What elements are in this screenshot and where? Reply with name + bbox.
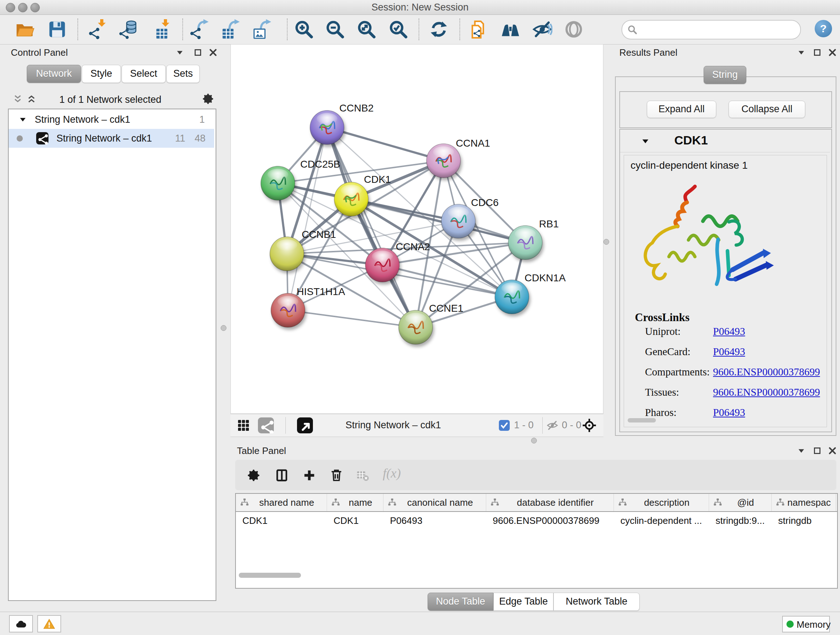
export-network-icon[interactable]: [189, 19, 210, 40]
tab-select[interactable]: Select: [122, 65, 166, 83]
help-icon[interactable]: ?: [815, 20, 832, 37]
first-neighbors-icon[interactable]: [500, 19, 521, 40]
grid-view-icon[interactable]: [237, 419, 250, 432]
zoom-fit-icon[interactable]: [356, 19, 377, 40]
column-header-description[interactable]: description: [614, 494, 709, 511]
search-input[interactable]: [641, 23, 794, 36]
zoom-out-icon[interactable]: [325, 19, 345, 40]
collection-expand-icon[interactable]: [18, 115, 27, 124]
edge-HIST1H1A-CCNE1[interactable]: [288, 310, 416, 327]
table-panel-collapse-icon[interactable]: [797, 446, 806, 455]
tab-node-table[interactable]: Node Table: [428, 593, 493, 611]
warning-status-icon[interactable]: [37, 615, 61, 632]
column-header--id[interactable]: @id: [709, 494, 772, 511]
node-CDK1[interactable]: [334, 182, 368, 216]
table-panel-float-icon[interactable]: [813, 446, 822, 455]
table-body: CDK1CDK1P064939606.ENSP00000378699cyclin…: [236, 512, 837, 529]
table-cell[interactable]: CDK1: [236, 512, 327, 529]
table-panel-close-icon[interactable]: [828, 446, 837, 455]
table-row[interactable]: CDK1CDK1P064939606.ENSP00000378699cyclin…: [236, 512, 837, 529]
open-session-icon[interactable]: [14, 19, 35, 40]
node-CDC25B[interactable]: [261, 166, 295, 200]
hidden-eye-slash-icon[interactable]: [546, 420, 558, 431]
column-header-shared-name[interactable]: shared name: [236, 494, 327, 511]
tab-string[interactable]: String: [704, 66, 746, 84]
column-header-namespac[interactable]: namespac: [772, 494, 836, 511]
column-header-canonical-name[interactable]: canonical name: [384, 494, 486, 511]
node-HIST1H1A[interactable]: [271, 293, 305, 327]
zoom-in-icon[interactable]: [294, 19, 314, 40]
crosslink-link[interactable]: 9606.ENSP00000378699: [713, 386, 820, 398]
import-database-icon[interactable]: [118, 19, 139, 40]
selected-checkbox-icon[interactable]: [499, 420, 510, 431]
network-options-gear-icon[interactable]: [202, 93, 214, 105]
column-header-database-identifier[interactable]: database identifier: [486, 494, 614, 511]
node-CCNA2[interactable]: [365, 248, 399, 282]
eye-icon[interactable]: [564, 19, 584, 40]
control-panel-float-icon[interactable]: [193, 48, 202, 57]
table-panel: Table Panel f(x) shared namenamecanonica…: [231, 442, 840, 600]
control-panel-close-icon[interactable]: [208, 48, 218, 57]
detach-view-icon[interactable]: [297, 417, 313, 433]
zoom-selected-icon[interactable]: [388, 19, 409, 40]
cloud-status-icon[interactable]: [9, 615, 33, 632]
import-table-icon[interactable]: [152, 19, 172, 40]
refresh-layout-icon[interactable]: [429, 19, 449, 40]
node-CDC6[interactable]: [441, 204, 475, 238]
export-table-icon[interactable]: [220, 19, 240, 40]
table-cell[interactable]: 9606.ENSP00000378699: [486, 512, 614, 529]
import-network-icon[interactable]: [88, 19, 108, 40]
crosslink-link[interactable]: P06493: [713, 346, 745, 358]
table-cell[interactable]: stringdb:9...: [709, 512, 772, 529]
network-row[interactable]: String Network – cdk1 11 48: [9, 129, 214, 148]
crosslink-link[interactable]: 9606.ENSP00000378699: [713, 366, 820, 378]
memory-button[interactable]: Memory: [782, 616, 830, 632]
node-CCNA1[interactable]: [426, 144, 461, 178]
hidden-counts: 0 - 0: [562, 420, 581, 431]
network-canvas[interactable]: CCNB2CCNA1CDC25BCDK1CDC6RB1CCNB1CCNA2CDK…: [231, 44, 603, 414]
tab-edge-table[interactable]: Edge Table: [493, 593, 554, 611]
function-builder-icon[interactable]: f(x): [383, 466, 401, 481]
delete-table-icon[interactable]: [356, 469, 369, 482]
tab-network[interactable]: Network: [27, 65, 81, 83]
network-type-icon[interactable]: [258, 417, 274, 433]
table-cell[interactable]: cyclin-dependent ...: [614, 512, 709, 529]
results-panel-float-icon[interactable]: [813, 48, 822, 57]
horizontal-scrollbar-thumb[interactable]: [628, 418, 656, 423]
right-splitter-handle[interactable]: [603, 239, 609, 245]
node-CCNB1[interactable]: [270, 237, 304, 271]
clone-network-icon[interactable]: [468, 19, 488, 40]
node-RB1[interactable]: [508, 226, 542, 260]
results-panel-close-icon[interactable]: [828, 48, 837, 57]
export-image-icon[interactable]: [252, 19, 272, 40]
table-cell[interactable]: CDK1: [327, 512, 384, 529]
show-columns-icon[interactable]: [275, 469, 289, 482]
crosslink-link[interactable]: P06493: [713, 407, 745, 418]
table-cell[interactable]: P06493: [384, 512, 486, 529]
left-splitter-handle[interactable]: [221, 325, 226, 331]
add-column-icon[interactable]: [302, 469, 316, 482]
tab-network-table[interactable]: Network Table: [554, 593, 639, 611]
node-CDKN1A[interactable]: [495, 280, 529, 314]
edge-CCNB2-CCNE1[interactable]: [327, 127, 416, 327]
table-cell[interactable]: stringdb: [772, 512, 836, 529]
delete-column-icon[interactable]: [329, 468, 344, 482]
control-panel-collapse-icon[interactable]: [175, 48, 185, 57]
table-settings-gear-icon[interactable]: [247, 469, 261, 482]
crosslink-link[interactable]: P06493: [713, 325, 745, 337]
table-horizontal-scrollbar[interactable]: [239, 573, 301, 578]
tab-style[interactable]: Style: [82, 65, 121, 83]
node-CCNE1[interactable]: [399, 310, 433, 344]
node-CCNB2[interactable]: [310, 111, 344, 144]
collapse-all-button[interactable]: Collapse All: [729, 101, 805, 118]
birds-eye-icon[interactable]: [582, 418, 597, 432]
edge-CCNB2-HIST1H1A[interactable]: [288, 127, 327, 310]
results-panel-collapse-icon[interactable]: [797, 48, 806, 57]
protein-collapse-icon[interactable]: [640, 136, 651, 146]
expand-all-button[interactable]: Expand All: [647, 101, 716, 118]
column-header-name[interactable]: name: [327, 494, 384, 511]
network-collection-row[interactable]: String Network – cdk1 1: [9, 110, 214, 129]
save-session-icon[interactable]: [47, 19, 67, 40]
tab-sets[interactable]: Sets: [166, 65, 200, 83]
hide-show-icon[interactable]: [532, 19, 553, 40]
